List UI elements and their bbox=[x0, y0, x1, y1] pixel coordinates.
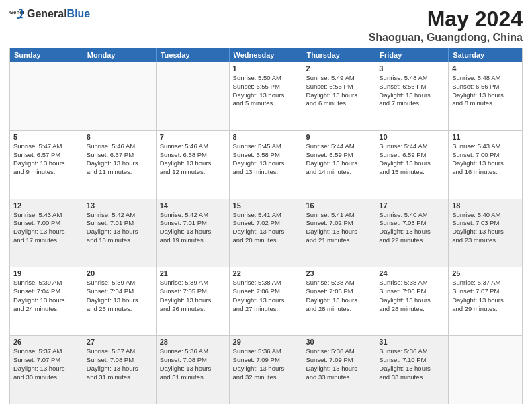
calendar-cell: 2Sunrise: 5:49 AMSunset: 6:55 PMDaylight… bbox=[302, 62, 375, 130]
calendar-cell: 1Sunrise: 5:50 AMSunset: 6:55 PMDaylight… bbox=[230, 62, 303, 130]
day-number: 4 bbox=[452, 64, 519, 73]
cell-line: Sunset: 7:01 PM bbox=[87, 219, 152, 228]
calendar-cell: 21Sunrise: 5:39 AMSunset: 7:05 PMDayligh… bbox=[157, 267, 230, 335]
day-number: 31 bbox=[379, 338, 445, 346]
day-number: 14 bbox=[160, 201, 226, 210]
day-number: 11 bbox=[452, 133, 519, 141]
cell-line: and 9 minutes. bbox=[13, 168, 79, 177]
cell-line: and 12 minutes. bbox=[160, 168, 226, 177]
cell-line: Daylight: 13 hours bbox=[87, 159, 152, 168]
weekday-header: Monday bbox=[83, 48, 157, 62]
cell-line: and 31 minutes. bbox=[160, 373, 226, 382]
cell-line: Sunrise: 5:39 AM bbox=[160, 279, 226, 287]
day-number: 13 bbox=[87, 201, 152, 210]
cell-line: Daylight: 13 hours bbox=[233, 296, 299, 305]
cell-line: Daylight: 13 hours bbox=[13, 365, 79, 373]
cell-line: Sunrise: 5:44 AM bbox=[379, 142, 445, 151]
cell-line: Daylight: 13 hours bbox=[452, 228, 519, 236]
cell-line: Sunrise: 5:36 AM bbox=[306, 347, 371, 356]
cell-line: Sunrise: 5:36 AM bbox=[233, 347, 299, 356]
calendar-cell bbox=[10, 62, 83, 130]
cell-line: Sunrise: 5:39 AM bbox=[87, 279, 152, 287]
day-number: 9 bbox=[306, 133, 371, 141]
calendar-cell: 20Sunrise: 5:39 AMSunset: 7:04 PMDayligh… bbox=[83, 267, 157, 335]
cell-line: Sunset: 6:58 PM bbox=[233, 151, 299, 160]
cell-line: Sunrise: 5:40 AM bbox=[452, 211, 519, 220]
cell-line: Daylight: 13 hours bbox=[379, 159, 445, 168]
calendar-cell: 3Sunrise: 5:48 AMSunset: 6:56 PMDaylight… bbox=[375, 62, 449, 130]
calendar-cell: 4Sunrise: 5:48 AMSunset: 6:56 PMDaylight… bbox=[449, 62, 522, 130]
cell-line: Sunrise: 5:43 AM bbox=[452, 142, 519, 151]
calendar-cell: 7Sunrise: 5:46 AMSunset: 6:58 PMDaylight… bbox=[157, 131, 230, 199]
cell-line: and 5 minutes. bbox=[233, 99, 299, 108]
weekday-header: Saturday bbox=[449, 48, 522, 62]
calendar-cell: 28Sunrise: 5:36 AMSunset: 7:08 PMDayligh… bbox=[157, 336, 230, 404]
cell-line: Sunset: 7:03 PM bbox=[452, 219, 519, 228]
logo-text-general: General bbox=[27, 8, 67, 20]
cell-line: Daylight: 13 hours bbox=[306, 365, 371, 373]
cell-line: Daylight: 13 hours bbox=[233, 365, 299, 373]
cell-line: Daylight: 13 hours bbox=[233, 91, 299, 100]
cell-line: and 21 minutes. bbox=[306, 236, 371, 245]
cell-line: Daylight: 13 hours bbox=[87, 228, 152, 236]
calendar-cell bbox=[157, 62, 230, 130]
cell-line: and 7 minutes. bbox=[379, 99, 445, 108]
calendar-cell: 11Sunrise: 5:43 AMSunset: 7:00 PMDayligh… bbox=[449, 131, 522, 199]
day-number: 26 bbox=[13, 338, 79, 346]
cell-line: Sunset: 6:57 PM bbox=[87, 151, 152, 160]
calendar-cell: 26Sunrise: 5:37 AMSunset: 7:07 PMDayligh… bbox=[10, 336, 83, 404]
weekday-header: Friday bbox=[375, 48, 449, 62]
cell-line: Sunset: 6:59 PM bbox=[379, 151, 445, 160]
cell-line: Daylight: 13 hours bbox=[160, 296, 226, 305]
cell-line: Daylight: 13 hours bbox=[306, 159, 371, 168]
logo-icon: General bbox=[9, 7, 24, 21]
calendar-cell: 19Sunrise: 5:39 AMSunset: 7:04 PMDayligh… bbox=[10, 267, 83, 335]
cell-line: Sunrise: 5:49 AM bbox=[306, 74, 371, 83]
day-number: 22 bbox=[233, 269, 299, 277]
cell-line: Sunset: 6:58 PM bbox=[160, 151, 226, 160]
day-number: 10 bbox=[379, 133, 445, 141]
calendar-cell: 13Sunrise: 5:42 AMSunset: 7:01 PMDayligh… bbox=[83, 199, 157, 267]
calendar-row: 12Sunrise: 5:43 AMSunset: 7:00 PMDayligh… bbox=[10, 199, 522, 267]
day-number: 30 bbox=[306, 338, 371, 346]
day-number: 12 bbox=[13, 201, 79, 210]
day-number: 27 bbox=[87, 338, 152, 346]
cell-line: Daylight: 13 hours bbox=[452, 296, 519, 305]
cell-line: Daylight: 13 hours bbox=[160, 228, 226, 236]
cell-line: Sunset: 6:59 PM bbox=[306, 151, 371, 160]
calendar-row: 5Sunrise: 5:47 AMSunset: 6:57 PMDaylight… bbox=[10, 130, 522, 199]
cell-line: and 24 minutes. bbox=[13, 305, 79, 314]
cell-line: Sunrise: 5:38 AM bbox=[306, 279, 371, 287]
page: General General Blue May 2024 Shaoguan, … bbox=[0, 0, 532, 411]
cell-line: Daylight: 13 hours bbox=[452, 159, 519, 168]
calendar-body: 1Sunrise: 5:50 AMSunset: 6:55 PMDaylight… bbox=[10, 62, 522, 404]
header: General General Blue May 2024 Shaoguan, … bbox=[9, 7, 523, 44]
calendar-cell bbox=[449, 336, 522, 404]
cell-line: Sunrise: 5:38 AM bbox=[233, 279, 299, 287]
day-number: 19 bbox=[13, 269, 79, 277]
cell-line: Sunset: 7:00 PM bbox=[452, 151, 519, 160]
cell-line: and 13 minutes. bbox=[233, 168, 299, 177]
weekday-header: Wednesday bbox=[230, 48, 303, 62]
cell-line: Daylight: 13 hours bbox=[87, 365, 152, 373]
cell-line: and 16 minutes. bbox=[452, 168, 519, 177]
calendar-header: SundayMondayTuesdayWednesdayThursdayFrid… bbox=[10, 48, 522, 62]
cell-line: and 31 minutes. bbox=[87, 373, 152, 382]
cell-line: Sunset: 7:06 PM bbox=[379, 287, 445, 296]
cell-line: Sunrise: 5:48 AM bbox=[452, 74, 519, 83]
calendar-subtitle: Shaoguan, Guangdong, China bbox=[369, 32, 523, 44]
weekday-header: Tuesday bbox=[157, 48, 230, 62]
day-number: 2 bbox=[306, 64, 371, 73]
day-number: 28 bbox=[160, 338, 226, 346]
cell-line: Daylight: 13 hours bbox=[379, 365, 445, 373]
cell-line: and 33 minutes. bbox=[379, 373, 445, 382]
calendar-cell: 31Sunrise: 5:36 AMSunset: 7:10 PMDayligh… bbox=[375, 336, 449, 404]
cell-line: and 20 minutes. bbox=[233, 236, 299, 245]
calendar-cell: 18Sunrise: 5:40 AMSunset: 7:03 PMDayligh… bbox=[449, 199, 522, 267]
calendar-cell: 30Sunrise: 5:36 AMSunset: 7:09 PMDayligh… bbox=[302, 336, 375, 404]
cell-line: Sunrise: 5:43 AM bbox=[13, 211, 79, 220]
calendar-cell: 9Sunrise: 5:44 AMSunset: 6:59 PMDaylight… bbox=[302, 131, 375, 199]
cell-line: and 29 minutes. bbox=[452, 305, 519, 314]
cell-line: Sunrise: 5:37 AM bbox=[452, 279, 519, 287]
calendar: SundayMondayTuesdayWednesdayThursdayFrid… bbox=[9, 48, 523, 404]
